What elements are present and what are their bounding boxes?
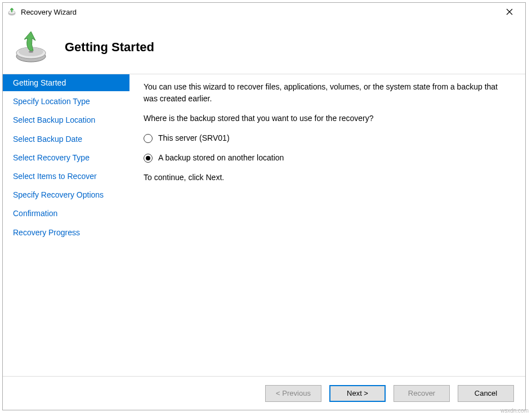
wizard-header: Getting Started [3,21,525,74]
location-radio-group: This server (SRV01) A backup stored on a… [144,132,508,164]
window-title: Recovery Wizard [21,8,498,16]
step-getting-started[interactable]: Getting Started [3,74,129,91]
continue-text: To continue, click Next. [144,172,508,184]
step-specify-recovery-options[interactable]: Specify Recovery Options [3,186,129,203]
svg-point-5 [29,51,33,53]
radio-another-location[interactable]: A backup stored on another location [144,152,508,164]
cancel-button[interactable]: Cancel [458,385,514,402]
radio-icon [144,134,153,143]
step-select-backup-location[interactable]: Select Backup Location [3,111,129,128]
recovery-icon [14,30,48,64]
next-button[interactable]: Next > [329,385,386,402]
step-recovery-progress[interactable]: Recovery Progress [3,224,129,241]
radio-label: This server (SRV01) [158,132,230,144]
close-button[interactable] [498,4,521,20]
titlebar: Recovery Wizard [3,3,525,21]
close-icon [506,8,513,15]
app-icon [7,7,16,16]
wizard-footer: < Previous Next > Recover Cancel [3,376,525,410]
wizard-content: You can use this wizard to recover files… [129,74,525,376]
radio-icon [144,154,153,163]
step-confirmation[interactable]: Confirmation [3,205,129,222]
question-text: Where is the backup stored that you want… [144,113,508,124]
step-select-recovery-type[interactable]: Select Recovery Type [3,149,129,166]
radio-this-server[interactable]: This server (SRV01) [144,132,508,144]
previous-button[interactable]: < Previous [265,385,321,402]
step-specify-location-type[interactable]: Specify Location Type [3,93,129,110]
step-select-backup-date[interactable]: Select Backup Date [3,131,129,147]
wizard-body: Getting Started Specify Location Type Se… [3,74,525,376]
radio-label: A backup stored on another location [158,152,284,164]
wizard-steps-sidebar: Getting Started Specify Location Type Se… [3,74,129,376]
page-title: Getting Started [65,40,154,55]
intro-text: You can use this wizard to recover files… [144,81,508,105]
step-select-items[interactable]: Select Items to Recover [3,168,129,185]
wizard-window: Recovery Wizard Getting Started Getting … [2,2,526,410]
watermark: wsxdn.com [500,408,529,414]
recover-button[interactable]: Recover [394,385,450,402]
